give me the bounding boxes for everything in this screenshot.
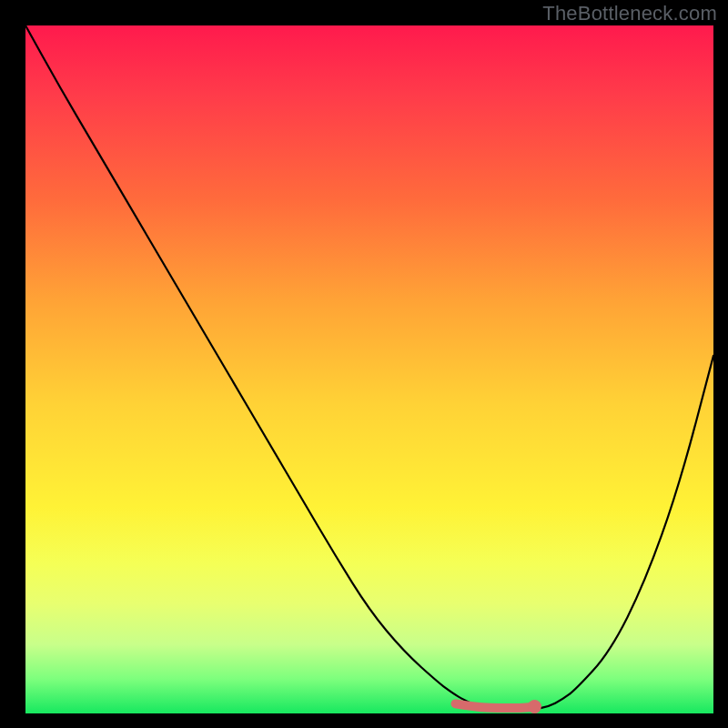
chart-frame: TheBottleneck.com [0,0,728,728]
highlight-end-dot [528,700,541,713]
curve-path [25,25,713,710]
bottleneck-curve [25,25,713,713]
plot-area [25,25,713,713]
watermark-text: TheBottleneck.com [542,2,717,25]
highlight-path [456,703,535,708]
